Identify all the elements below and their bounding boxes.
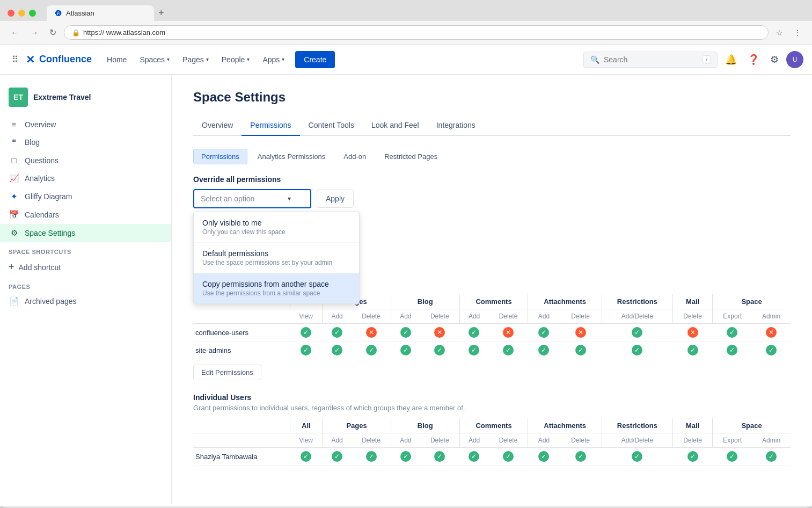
dropdown-item-desc: Use the permissions from a similar space <box>202 289 350 297</box>
add-shortcut-button[interactable]: + Add shortcut <box>0 257 171 277</box>
apps-chevron-icon: ▾ <box>282 56 284 62</box>
tab-restricted-sub[interactable]: Restricted Pages <box>376 149 445 164</box>
perm-cell: ✓ <box>602 342 672 359</box>
apply-button[interactable]: Apply <box>317 190 354 208</box>
check-icon: ✓ <box>366 451 377 462</box>
sidebar-item-gliffy[interactable]: ✦ Gliffy Diagram <box>0 187 171 206</box>
dropdown-item-desc: Use the space permissions set by your ad… <box>202 259 350 266</box>
perm-cell: ✓ <box>528 342 559 359</box>
override-dropdown-container: Select an option ▾ Only visible to me On… <box>193 189 311 208</box>
col-subheader-comments-delete-u: Delete <box>489 433 528 448</box>
tab-permissions-sub[interactable]: Permissions <box>193 149 247 164</box>
tab-content-tools[interactable]: Content Tools <box>300 115 363 136</box>
perm-cell: ✓ <box>290 448 323 466</box>
col-header-blog: Blog <box>391 294 459 309</box>
sidebar-item-blog[interactable]: ❝ Blog <box>0 133 171 151</box>
override-section: Override all permissions Select an optio… <box>193 175 791 208</box>
individual-users-desc: Grant permissions to individual users, r… <box>193 404 791 412</box>
tab-analytics-sub[interactable]: Analytics Permissions <box>250 149 333 164</box>
app-grid-button[interactable]: ⠿ <box>9 51 21 68</box>
nav-right: 🔍 / 🔔 ❓ ⚙ U <box>583 50 803 69</box>
perm-cell: ✓ <box>391 342 420 359</box>
col-subheader-blog-delete-u: Delete <box>420 433 459 448</box>
reload-button[interactable]: ↻ <box>46 25 60 40</box>
tab-addon-sub[interactable]: Add-on <box>335 149 374 164</box>
top-nav: ⠿ ✕ Confluence Home Spaces ▾ Pages ▾ Peo <box>0 45 812 75</box>
col-subheader-view: View <box>290 309 323 324</box>
check-icon: ✓ <box>400 327 411 338</box>
questions-icon: □ <box>9 156 19 165</box>
search-input[interactable] <box>604 55 698 64</box>
col-header-all-u: All <box>290 418 323 433</box>
cross-icon: ✕ <box>503 327 514 338</box>
menu-button[interactable]: ⋮ <box>791 26 804 39</box>
help-button[interactable]: ❓ <box>744 50 763 69</box>
search-bar[interactable]: 🔍 / <box>583 52 718 68</box>
nav-apps[interactable]: Apps ▾ <box>256 51 291 68</box>
override-dropdown[interactable]: Select an option ▾ <box>193 189 311 208</box>
overview-icon: ≡ <box>9 120 19 129</box>
search-shortcut: / <box>703 55 711 64</box>
forward-button[interactable]: → <box>27 26 42 40</box>
override-row: Select an option ▾ Only visible to me On… <box>193 189 791 208</box>
check-icon: ✓ <box>332 345 342 355</box>
col-header-user <box>193 418 290 433</box>
dropdown-item-title: Copy permissions from another space <box>202 280 350 288</box>
override-label: Override all permissions <box>193 175 791 184</box>
logo-text: Confluence <box>39 54 92 65</box>
create-button[interactable]: Create <box>295 51 335 68</box>
col-subheader-pages-add-u: Add <box>323 433 352 448</box>
perm-cell: ✓ <box>602 324 672 342</box>
new-tab-button[interactable]: + <box>154 5 169 21</box>
user-avatar[interactable]: U <box>786 51 803 68</box>
tab-integrations[interactable]: Integrations <box>428 115 484 136</box>
table-row: site-admins ✓ ✓ ✓ ✓ ✓ ✓ ✓ ✓ ✓ ✓ <box>193 342 791 359</box>
nav-pages[interactable]: Pages ▾ <box>176 51 215 68</box>
tab-look-feel[interactable]: Look and Feel <box>363 115 428 136</box>
back-button[interactable]: ← <box>8 26 23 40</box>
sidebar-item-analytics[interactable]: 📈 Analytics <box>0 169 171 187</box>
sidebar-item-calendars[interactable]: 📅 Calendars <box>0 206 171 224</box>
tab-overview[interactable]: Overview <box>193 115 242 136</box>
perm-cell: ✓ <box>559 448 602 466</box>
sidebar-item-label: Questions <box>25 156 58 165</box>
col-subheader-restrictions-adddel: Add/Delete <box>602 309 672 324</box>
sidebar-item-space-settings[interactable]: ⚙ Space Settings <box>0 224 171 242</box>
nav-home[interactable]: Home <box>100 51 133 68</box>
maximize-button[interactable] <box>29 10 36 17</box>
perm-cell: ✕ <box>489 324 528 342</box>
perm-cell: ✓ <box>420 342 459 359</box>
sidebar-item-archived-pages[interactable]: 📄 Archived pages <box>0 292 171 310</box>
settings-button[interactable]: ⚙ <box>767 50 782 69</box>
url-bar[interactable]: 🔒 https:// www.atlassian.com <box>64 25 769 40</box>
perm-cell: ✓ <box>713 324 752 342</box>
col-subheader-attachments-add-u: Add <box>528 433 559 448</box>
check-icon: ✓ <box>469 345 479 355</box>
col-subheader-blog-delete: Delete <box>420 309 459 324</box>
sidebar-item-overview[interactable]: ≡ Overview <box>0 115 171 133</box>
col-subheader-blog-add: Add <box>391 309 420 324</box>
nav-people[interactable]: People ▾ <box>215 51 257 68</box>
nav-links: Home Spaces ▾ Pages ▾ People ▾ Apps ▾ <box>100 51 335 68</box>
tab-permissions[interactable]: Permissions <box>242 115 299 136</box>
check-icon: ✓ <box>575 451 586 462</box>
edit-permissions-button[interactable]: Edit Permissions <box>193 365 261 380</box>
nav-spaces[interactable]: Spaces ▾ <box>133 51 176 68</box>
close-button[interactable] <box>8 10 14 17</box>
browser-frame: 🅐 Atlassian + ← → ↻ 🔒 https:// www.atlas… <box>0 0 812 508</box>
tab-title: Atlassian <box>66 9 94 17</box>
active-tab[interactable]: 🅐 Atlassian <box>47 5 154 21</box>
minimize-button[interactable] <box>18 10 25 17</box>
dropdown-item-copy-perms[interactable]: Copy permissions from another space Use … <box>194 273 359 303</box>
col-subheader-space-export: Export <box>713 309 752 324</box>
col-subheader-attachments-delete: Delete <box>559 309 602 324</box>
check-icon: ✓ <box>687 451 698 462</box>
col-subheader-pages-add: Add <box>323 309 352 324</box>
perm-cell: ✓ <box>559 342 602 359</box>
cross-icon: ✕ <box>366 327 377 338</box>
notifications-button[interactable]: 🔔 <box>722 50 740 69</box>
bookmark-button[interactable]: ☆ <box>773 26 786 39</box>
dropdown-item-default-perms[interactable]: Default permissions Use the space permis… <box>194 242 359 273</box>
sidebar-item-questions[interactable]: □ Questions <box>0 151 171 169</box>
dropdown-item-visible-to-me[interactable]: Only visible to me Only you can view thi… <box>194 212 359 242</box>
